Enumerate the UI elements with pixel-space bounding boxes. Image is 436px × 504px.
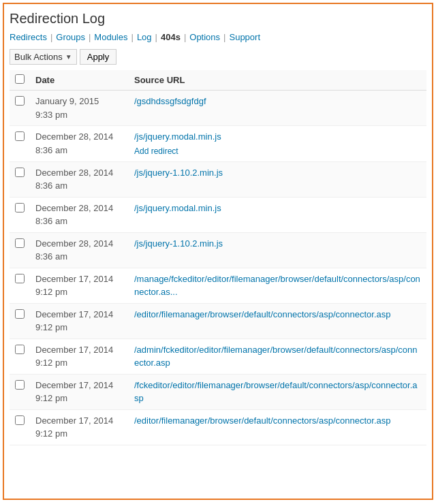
table-row: December 17, 20149:12 pm/editor/filemana…: [10, 303, 426, 338]
url-cell: /fckeditor/editor/filemanager/browser/de…: [129, 374, 426, 409]
table-row: December 17, 20149:12 pm/manage/fckedito…: [10, 268, 426, 303]
row-checkbox[interactable]: [15, 345, 25, 354]
source-url-link[interactable]: /editor/filemanager/browser/default/conn…: [134, 309, 391, 319]
source-url-link[interactable]: /manage/fckeditor/editor/filemanager/bro…: [134, 274, 420, 298]
col-date-header: Date: [30, 70, 129, 91]
nav-bar: Redirects | Groups | Modules | Log | 404…: [10, 32, 426, 42]
row-checkbox[interactable]: [15, 380, 25, 390]
table-row: December 28, 20148:36 am/js/jquery.modal…: [10, 197, 426, 232]
nav-options[interactable]: Options: [189, 32, 220, 42]
table-header-row: Date Source URL: [10, 70, 426, 91]
source-url-link[interactable]: /js/jquery-1.10.2.min.js: [134, 238, 223, 249]
date-cell: December 28, 20148:36 am: [30, 232, 129, 268]
table-row: December 17, 20149:12 pm/editor/filemana…: [10, 409, 426, 445]
nav-groups[interactable]: Groups: [56, 32, 85, 42]
table-row: December 17, 20149:12 pm/fckeditor/edito…: [10, 374, 426, 409]
url-cell: /gsdhdssgfsdgfdgf: [129, 91, 426, 126]
col-url-header: Source URL: [129, 70, 426, 91]
url-cell: /admin/fckeditor/editor/filemanager/brow…: [129, 338, 426, 374]
table-row: December 28, 20148:36 am/js/jquery-1.10.…: [10, 232, 426, 268]
row-checkbox[interactable]: [15, 238, 25, 248]
url-cell: /js/jquery-1.10.2.min.js: [129, 232, 426, 268]
date-cell: December 28, 20148:36 am: [30, 161, 129, 197]
source-url-link[interactable]: /fckeditor/editor/filemanager/browser/de…: [134, 380, 418, 404]
page-wrapper: Redirection Log Redirects | Groups | Mod…: [3, 3, 433, 500]
dropdown-arrow-icon: ▼: [65, 53, 72, 61]
date-cell: December 17, 20149:12 pm: [30, 338, 129, 374]
col-checkbox: [10, 70, 30, 91]
source-url-link[interactable]: /editor/filemanager/browser/default/conn…: [134, 415, 391, 426]
url-cell: /js/jquery.modal.min.jsAdd redirect: [129, 126, 426, 162]
date-cell: December 17, 20149:12 pm: [30, 303, 129, 338]
source-url-link[interactable]: /js/jquery.modal.min.js: [134, 203, 221, 213]
date-cell: December 17, 20149:12 pm: [30, 374, 129, 409]
row-checkbox[interactable]: [15, 96, 25, 106]
row-checkbox[interactable]: [15, 415, 25, 425]
bulk-actions-dropdown[interactable]: Bulk Actions ▼: [10, 49, 77, 65]
nav-support[interactable]: Support: [229, 32, 260, 42]
table-row: December 28, 20148:36 am/js/jquery-1.10.…: [10, 161, 426, 197]
nav-redirects[interactable]: Redirects: [10, 32, 47, 42]
source-url-link[interactable]: /gsdhdssgfsdgfdgf: [134, 96, 206, 106]
source-url-link[interactable]: /js/jquery-1.10.2.min.js: [134, 168, 223, 178]
select-all-checkbox[interactable]: [15, 74, 25, 84]
add-redirect-link[interactable]: Add redirect: [134, 145, 421, 157]
source-url-link[interactable]: /js/jquery.modal.min.js: [134, 131, 221, 142]
row-checkbox[interactable]: [15, 131, 25, 141]
url-cell: /editor/filemanager/browser/default/conn…: [129, 409, 426, 445]
source-url-link[interactable]: /admin/fckeditor/editor/filemanager/brow…: [134, 345, 418, 368]
row-checkbox[interactable]: [15, 168, 25, 177]
nav-log[interactable]: Log: [137, 32, 152, 42]
table-row: December 17, 20149:12 pm/admin/fckeditor…: [10, 338, 426, 374]
url-cell: /editor/filemanager/browser/default/conn…: [129, 303, 426, 338]
url-cell: /js/jquery-1.10.2.min.js: [129, 161, 426, 197]
date-cell: January 9, 20159:33 pm: [30, 91, 129, 126]
nav-404s[interactable]: 404s: [161, 32, 181, 42]
table-row: December 28, 20148:36 am/js/jquery.modal…: [10, 126, 426, 162]
redirects-table: Date Source URL January 9, 20159:33 pm/g…: [10, 70, 426, 445]
url-cell: /manage/fckeditor/editor/filemanager/bro…: [129, 268, 426, 303]
date-cell: December 28, 20148:36 am: [30, 197, 129, 232]
page-title: Redirection Log: [10, 11, 426, 27]
url-cell: /js/jquery.modal.min.js: [129, 197, 426, 232]
row-checkbox[interactable]: [15, 309, 25, 319]
row-checkbox[interactable]: [15, 274, 25, 283]
date-cell: December 28, 20148:36 am: [30, 126, 129, 162]
bulk-actions-label: Bulk Actions: [14, 52, 63, 62]
row-checkbox[interactable]: [15, 203, 25, 212]
date-cell: December 17, 20149:12 pm: [30, 409, 129, 445]
table-row: January 9, 20159:33 pm/gsdhdssgfsdgfdgf: [10, 91, 426, 126]
nav-modules[interactable]: Modules: [94, 32, 127, 42]
date-cell: December 17, 20149:12 pm: [30, 268, 129, 303]
toolbar: Bulk Actions ▼ Apply: [10, 49, 426, 65]
apply-button[interactable]: Apply: [80, 49, 117, 65]
